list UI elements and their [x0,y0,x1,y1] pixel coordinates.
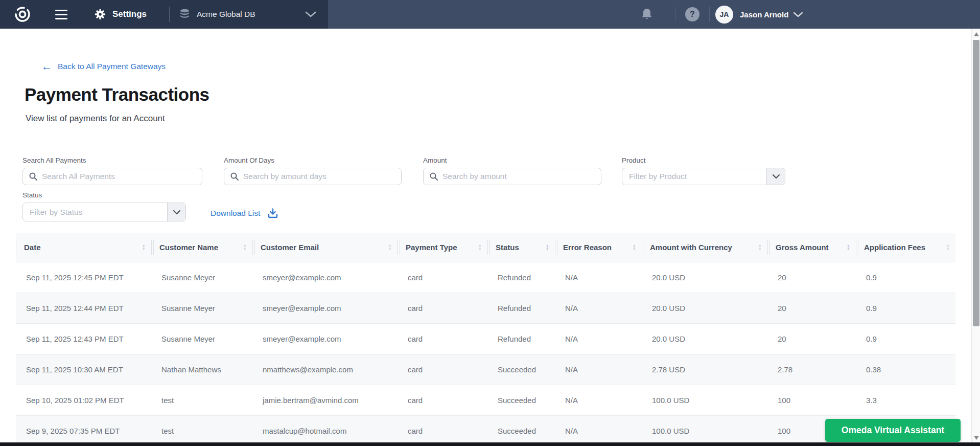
database-name: Acme Global DB [197,10,255,19]
help-button[interactable]: ? [685,0,699,29]
chevron-down-icon [793,12,803,17]
cell-application-fees: 0.9 [856,262,955,293]
sort-icon[interactable]: ↕ [142,242,146,252]
column-separator [555,240,557,255]
cell-customer-email: mastalcup@hotmail.com [252,415,398,446]
column-header-error-reason[interactable]: Error Reason↕ [555,233,642,262]
table-row[interactable]: Sep 10, 2025 01:02 PM EDTtestjamie.bertr… [16,385,955,415]
cell-customer-email: jamie.bertram@avmind.com [252,385,398,415]
cell-date: Sep 9, 2025 07:35 PM EDT [16,415,151,446]
hamburger-icon [55,10,67,19]
download-list-link[interactable]: Download List [211,206,278,221]
amount-of-days-field [224,168,402,185]
cell-amount-with-currency: 100.0 USD [642,415,767,446]
column-header-status[interactable]: Status↕ [487,233,555,262]
cell-application-fees: 0.38 [856,354,955,385]
status-select[interactable]: Filter by Status [22,203,186,221]
column-header-date[interactable]: Date↕ [16,233,151,262]
page-subtitle: View list of payments for an Account [26,114,165,124]
product-select[interactable]: Filter by Product [622,168,785,185]
page-title: Payment Transactions [25,84,209,105]
cell-status: Refunded [487,262,555,293]
cell-date: Sep 11, 2025 10:30 AM EDT [16,354,151,385]
scrollbar-thumb[interactable] [973,40,979,326]
sort-icon[interactable]: ↕ [243,242,247,252]
database-icon [179,9,190,20]
status-select-value: Filter by Status [23,208,167,217]
vertical-scrollbar[interactable] [971,29,980,446]
column-header-label: Amount with Currency [650,243,732,252]
top-navbar: Settings Acme Global DB ? JA Jason Arnol… [0,0,980,29]
table-row[interactable]: Sep 11, 2025 12:43 PM EDTSusanne Meyersm… [16,323,955,354]
product-label: Product [622,157,646,164]
sort-icon[interactable]: ↕ [478,242,482,252]
sort-icon[interactable]: ↕ [758,242,762,252]
help-icon: ? [685,7,699,21]
column-header-payment-type[interactable]: Payment Type↕ [398,233,487,262]
column-header-application-fees[interactable]: Application Fees↕ [856,233,955,262]
table-row[interactable]: Sep 11, 2025 12:45 PM EDTSusanne Meyersm… [16,262,955,293]
cell-gross-amount: 20 [767,262,856,293]
avatar: JA [715,6,733,24]
gear-icon [95,9,106,20]
scroll-up-arrow-icon[interactable] [974,32,979,36]
table-header: Date↕Customer Name↕Customer Email↕Paymen… [16,233,955,262]
download-icon [267,208,278,219]
nav-settings[interactable]: Settings [95,0,147,29]
cell-customer-name: Susanne Meyer [151,293,252,323]
column-header-gross-amount[interactable]: Gross Amount↕ [767,233,856,262]
scroll-down-arrow-icon[interactable] [974,436,979,440]
table-row[interactable]: Sep 11, 2025 10:30 AM EDTNathan Matthews… [16,354,955,385]
sort-icon[interactable]: ↕ [632,242,636,252]
user-menu[interactable]: JA Jason Arnold [715,0,788,29]
database-dropdown-toggle[interactable] [305,0,316,29]
logo-icon [13,5,32,24]
amount-input[interactable] [442,172,595,181]
table-row[interactable]: Sep 11, 2025 12:44 PM EDTSusanne Meyersm… [16,293,955,323]
cell-application-fees: 0.9 [856,293,955,323]
navbar-dark-section [0,0,328,29]
cell-error-reason: N/A [555,323,642,354]
search-icon [29,172,37,181]
cell-error-reason: N/A [555,354,642,385]
cell-payment-type: card [398,323,487,354]
amount-of-days-input[interactable] [243,172,395,181]
user-menu-toggle[interactable] [793,0,803,29]
chevron-down-icon [305,11,316,17]
back-link[interactable]: ← Back to All Payment Gateways [41,62,166,71]
cell-status: Refunded [487,323,555,354]
sort-icon[interactable]: ↕ [946,242,950,252]
virtual-assistant-button[interactable]: Omeda Virtual Assistant [825,419,961,442]
product-select-chevron[interactable] [766,168,785,185]
column-header-label: Payment Type [406,243,457,252]
column-separator [398,240,400,255]
hamburger-menu-button[interactable] [55,0,67,29]
status-select-chevron[interactable] [167,203,185,221]
sort-icon[interactable]: ↕ [846,242,850,252]
app-logo[interactable] [13,0,32,29]
cell-amount-with-currency: 2.78 USD [642,354,767,385]
database-selector[interactable]: Acme Global DB [179,0,255,29]
cell-customer-email: smeyer@example.com [252,323,398,354]
sort-icon[interactable]: ↕ [388,242,392,252]
cell-error-reason: N/A [555,385,642,415]
cell-date: Sep 11, 2025 12:44 PM EDT [16,293,151,323]
sort-icon[interactable]: ↕ [545,242,549,252]
search-all-input[interactable] [42,172,196,181]
cell-amount-with-currency: 20.0 USD [642,262,767,293]
status-label: Status [22,191,42,199]
column-header-amount-with-currency[interactable]: Amount with Currency↕ [642,233,767,262]
back-link-label: Back to All Payment Gateways [58,62,166,71]
column-header-label: Date [24,243,41,252]
column-header-customer-email[interactable]: Customer Email↕ [252,233,398,262]
column-header-label: Gross Amount [776,243,829,252]
column-separator [767,240,770,255]
cell-status: Succeeded [487,415,555,446]
notifications-button[interactable] [641,0,653,29]
table-row[interactable]: Sep 9, 2025 07:35 PM EDTtestmastalcup@ho… [16,415,955,446]
cell-date: Sep 11, 2025 12:43 PM EDT [16,323,151,354]
search-all-field [22,168,202,185]
cell-gross-amount: 20 [767,323,856,354]
column-header-customer-name[interactable]: Customer Name↕ [151,233,252,262]
amount-label: Amount [423,157,447,164]
